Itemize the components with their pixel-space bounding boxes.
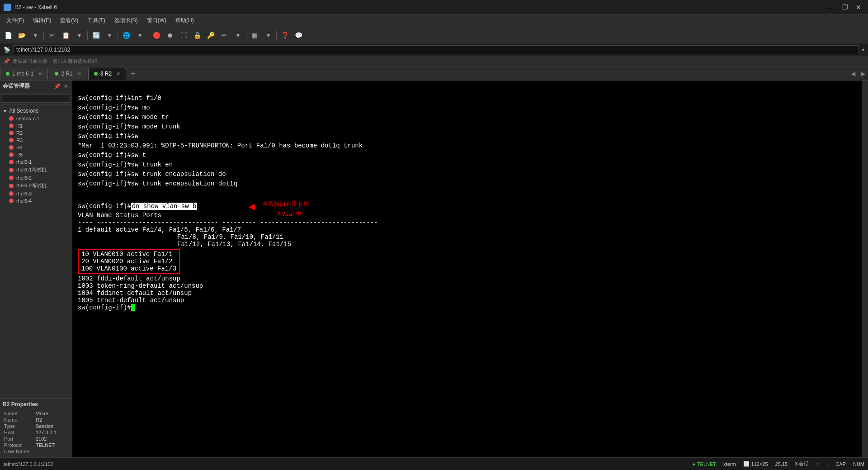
toolbar-record[interactable]: ⏺ [164,29,176,42]
r2-dot [9,131,14,135]
toolbar-dropdown5[interactable]: ▾ [231,29,244,42]
sidebar-item-r3[interactable]: R3 [0,137,72,144]
prop-key-protocol: Protocol [3,442,34,448]
content-wrapper: 会话管理器 📌 ✕ ▼ All Sessions centos 7-1 R1 [0,81,868,457]
sidebar-item-r4[interactable]: R4 [0,144,72,151]
cmd-int: sw(config-if)#int f1/0 sw(config-if)#sw … [78,95,363,187]
all-sessions-group[interactable]: ▼ All Sessions [0,107,72,115]
r1-dot [9,123,14,128]
address-bar: 📡 ▾ [0,43,868,56]
close-button[interactable]: ✕ [853,1,864,13]
vlan-row-1002: 1002 fddi-default act/unsup [78,275,856,282]
toolbar-stop[interactable]: 🔴 [150,29,163,42]
toolbar-new[interactable]: 📄 [2,29,14,42]
address-dropdown[interactable]: ▾ [862,47,864,53]
r5-dot [9,152,14,157]
prop-val-type: Session [34,423,69,429]
centos71-label: centos 7-1 [16,116,39,121]
terminal[interactable]: sw(config-if)#int f1/0 sw(config-if)#sw … [72,81,862,457]
toolbar-edit[interactable]: ✏ [218,29,231,42]
sidebar-search-input[interactable] [2,95,70,103]
terminal-content: sw(config-if)#int f1/0 sw(config-if)#sw … [72,81,862,202]
tab-3[interactable]: 3 R2 ✕ [88,68,126,80]
sm-pin-btn[interactable]: 📌 [53,83,61,90]
toolbar-dropdown1[interactable]: ▾ [29,29,42,42]
tab-nav-right[interactable]: ▶ [858,69,868,79]
prop-val-protocol: TELNET [34,442,69,448]
tab-1-close[interactable]: ✕ [38,71,42,77]
toolbar-refresh[interactable]: 🔄 [90,29,102,42]
menu-file[interactable]: 文件(F) [2,16,28,25]
menu-window[interactable]: 窗口(W) [142,16,171,25]
minimize-button[interactable]: — [826,1,837,13]
sidebar-item-rhel61-exam[interactable]: rhel6-1考试机 [0,166,72,174]
sidebar-item-r2[interactable]: R2 [0,129,72,137]
prop-key-port: Port [3,436,34,442]
menu-edit[interactable]: 编辑(E) [28,16,56,25]
toolbar-sep4 [148,31,148,40]
toolbar-cut[interactable]: ✂ [46,29,58,42]
vlan-sep: ---- -------------------------------- --… [78,219,856,226]
vlan-row-20: 20 VLAN0020 active Fa1/2 [81,258,176,265]
window-title: R2 - sw - Xshell 6 [14,4,57,10]
toolbar-info[interactable]: 💬 [292,29,305,42]
sidebar-item-rhel62[interactable]: rhel6-2 [0,174,72,181]
vlan-row-100: 100 VLAN0100 active Fa1/3 [81,265,176,272]
rhel64-dot [9,199,14,203]
session-manager-title: 会话管理器 [3,82,30,90]
toolbar-sep6 [276,31,277,40]
toolbar-dropdown4[interactable]: ▾ [133,29,146,42]
toolbar-fullscreen[interactable]: ⛶ [177,29,190,42]
sidebar-item-rhel62-exam[interactable]: rhel6-2考试机 [0,181,72,190]
sidebar-tree: ▼ All Sessions centos 7-1 R1 R2 R3 R4 [0,105,72,398]
toolbar-dropdown3[interactable]: ▾ [103,29,116,42]
toolbar-globe[interactable]: 🌐 [120,29,132,42]
toolbar-help[interactable]: ❓ [278,29,291,42]
sidebar-item-rhel61[interactable]: rhel6-1 [0,158,72,166]
toolbar-sep5 [246,31,246,40]
sidebar-item-r5[interactable]: R5 [0,151,72,158]
status-arrow-down: ↓ [826,461,829,467]
toolbar-key[interactable]: 🔑 [204,29,217,42]
tab-3-close[interactable]: ✕ [116,71,120,77]
sidebar-item-rhel64[interactable]: rhel6-4 [0,197,72,204]
menu-help[interactable]: 帮助(H) [171,16,198,25]
tab-1-label: 1 rhel6-1 [12,71,33,77]
toolbar-dropdown6[interactable]: ▾ [262,29,274,42]
tab-nav-left[interactable]: ◀ [848,69,858,79]
rhel61exam-dot [9,168,14,172]
sidebar-item-centos71[interactable]: centos 7-1 [0,115,72,122]
sm-close-btn[interactable]: ✕ [63,83,69,90]
sidebar-item-r1[interactable]: R1 [0,122,72,129]
title-bar-controls: — ❐ ✕ [826,1,864,13]
toolbar-layout[interactable]: ▦ [248,29,261,42]
rhel62-label: rhel6-2 [16,175,32,180]
prop-val-host: 127.0.0.1 [34,429,69,436]
tab-add-button[interactable]: + [127,68,139,80]
session-manager-header: 会话管理器 📌 ✕ [0,81,72,92]
right-scrollbar[interactable] [862,81,868,457]
prop-row-name: Name R2 [3,417,69,423]
tab-2-dot [55,72,58,76]
menu-view[interactable]: 查看(V) [56,16,83,25]
sidebar-item-rhel63[interactable]: rhel6-3 [0,190,72,197]
toolbar-lock[interactable]: 🔒 [191,29,203,42]
toolbar-dropdown2[interactable]: ▾ [73,29,85,42]
address-input[interactable] [13,45,859,54]
toolbar-open[interactable]: 📂 [15,29,28,42]
toolbar-copy[interactable]: 📋 [59,29,72,42]
tab-3-label: 3 R2 [100,71,112,77]
rhel61exam-label: rhel6-1考试机 [16,166,47,173]
tab-1[interactable]: 1 rhel6-1 ✕ [0,68,48,80]
r2-label: R2 [16,130,23,136]
rhel62exam-dot [9,184,14,188]
toolbar-sep2 [87,31,88,40]
menu-tabs[interactable]: 选项卡(B) [110,16,142,25]
maximize-button[interactable]: ❐ [839,1,851,13]
status-sessions: 3 会话 [795,461,809,467]
tab-2[interactable]: 2 R1 ✕ [49,68,87,80]
rhel63-label: rhel6-3 [16,191,32,196]
vlan-row-1005: 1005 trnet-default act/unsup [78,297,856,304]
menu-tools[interactable]: 工具(T) [83,16,109,25]
tab-2-close[interactable]: ✕ [77,71,81,77]
